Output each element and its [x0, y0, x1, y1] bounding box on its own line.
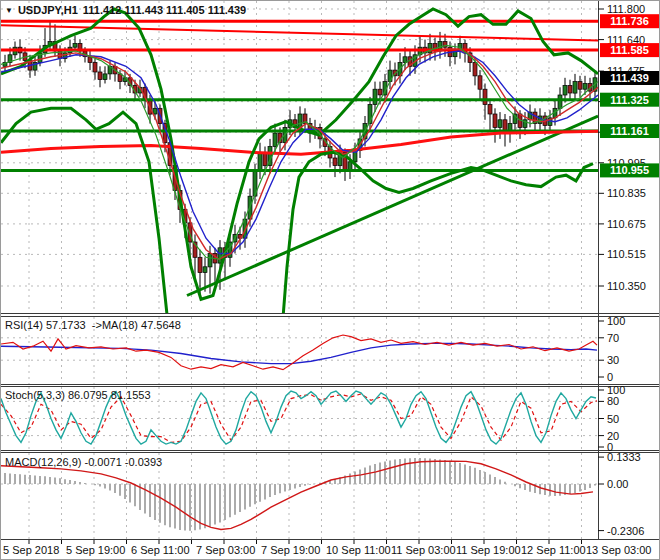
svg-text:110.955: 110.955: [610, 164, 649, 176]
svg-text:13 Sep 03:00: 13 Sep 03:00: [586, 544, 651, 556]
svg-text:110.675: 110.675: [607, 218, 646, 230]
price-badge-111.736: 111.736: [600, 14, 659, 28]
chart-canvas[interactable]: 111.800111.640111.475111.315111.155110.9…: [1, 1, 660, 560]
svg-text:30: 30: [607, 354, 619, 366]
svg-text:20: 20: [607, 430, 619, 442]
svg-text:50: 50: [607, 413, 619, 425]
svg-text:0: 0: [607, 371, 613, 383]
svg-text:110.835: 110.835: [607, 187, 646, 199]
svg-text:5 Sep 19:00: 5 Sep 19:00: [66, 544, 125, 556]
svg-text:7 Sep 03:00: 7 Sep 03:00: [196, 544, 255, 556]
svg-text:0.1333: 0.1333: [607, 451, 641, 463]
svg-text:-0.2306: -0.2306: [607, 525, 644, 537]
svg-text:70: 70: [607, 332, 619, 344]
svg-text:12 Sep 11:00: 12 Sep 11:00: [521, 544, 586, 556]
svg-text:6 Sep 11:00: 6 Sep 11:00: [131, 544, 190, 556]
svg-text:0.00: 0.00: [607, 478, 628, 490]
svg-text:111.736: 111.736: [610, 15, 649, 27]
svg-text:111.161: 111.161: [610, 125, 649, 137]
price-badge-111.325: 111.325: [600, 93, 659, 107]
svg-text:11 Sep 03:00: 11 Sep 03:00: [391, 544, 456, 556]
price-badge-110.955: 110.955: [600, 163, 659, 177]
svg-text:111.439: 111.439: [610, 72, 649, 84]
svg-text:111.585: 111.585: [610, 44, 649, 56]
svg-text:80: 80: [607, 395, 619, 407]
svg-text:11 Sep 19:00: 11 Sep 19:00: [456, 544, 521, 556]
svg-text:111.325: 111.325: [610, 94, 649, 106]
svg-text:100: 100: [607, 315, 625, 327]
price-badge-111.585: 111.585: [600, 43, 659, 57]
svg-text:5 Sep 2018: 5 Sep 2018: [3, 544, 59, 556]
price-badge-111.161: 111.161: [600, 124, 659, 138]
svg-text:110.515: 110.515: [607, 248, 646, 260]
svg-text:110.350: 110.350: [607, 280, 646, 292]
svg-text:111.800: 111.800: [607, 3, 645, 15]
svg-text:100: 100: [607, 384, 625, 396]
svg-text:10 Sep 11:00: 10 Sep 11:00: [326, 544, 391, 556]
price-badge-111.439: 111.439: [600, 71, 659, 85]
svg-text:7 Sep 19:00: 7 Sep 19:00: [261, 544, 320, 556]
trading-chart-window: 111.800111.640111.475111.315111.155110.9…: [0, 0, 660, 560]
